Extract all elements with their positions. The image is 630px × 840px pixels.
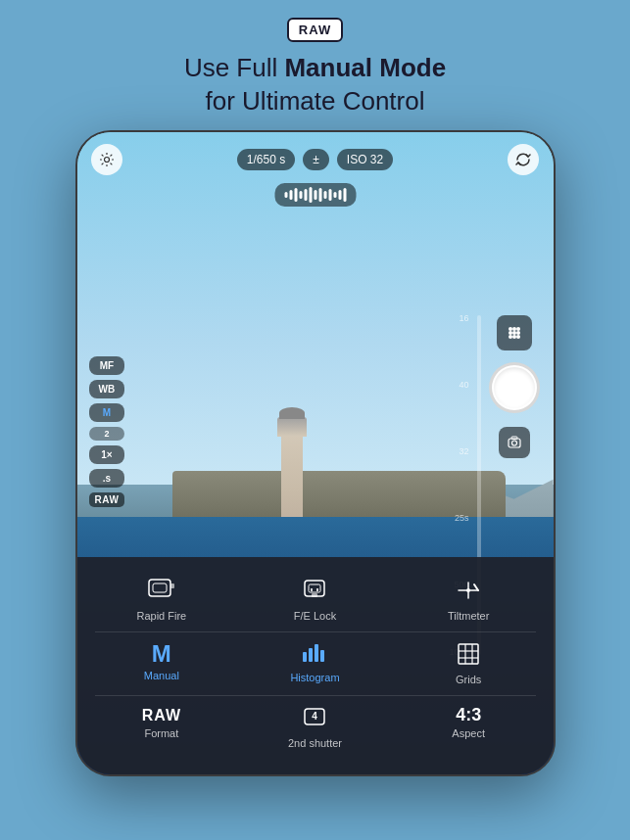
manual-item[interactable]: M Manual	[87, 634, 237, 693]
zoom-s-button[interactable]: .s	[89, 469, 125, 488]
grids-item[interactable]: Grids	[394, 634, 544, 693]
menu-row-1: Rapid Fire F/E Lock	[87, 571, 544, 630]
svg-point-0	[509, 327, 512, 331]
svg-rect-12	[149, 580, 170, 596]
header-title: Use Full Manual Mode for Ultimate Contro…	[184, 52, 446, 118]
bottom-menu: Rapid Fire F/E Lock	[77, 557, 554, 774]
svg-rect-21	[303, 652, 307, 662]
svg-rect-17	[312, 593, 317, 597]
histogram-icon	[301, 642, 328, 668]
raw-badge-top: RAW	[287, 18, 343, 42]
svg-point-6	[509, 335, 512, 339]
photo-library-button[interactable]	[499, 427, 530, 458]
svg-point-20	[466, 588, 470, 592]
svg-rect-25	[459, 644, 478, 664]
histogram-item[interactable]: Histogram	[240, 634, 390, 693]
2nd-shutter-icon: 4	[301, 706, 328, 733]
svg-text:4: 4	[313, 711, 318, 722]
ev-icon-pill[interactable]: ±	[303, 149, 329, 170]
header-title-bold: Manual Mode	[284, 53, 446, 82]
fe-lock-label: F/E Lock	[294, 610, 336, 622]
header-title-line2: for Ultimate Control	[206, 86, 425, 116]
shutter-speed-pill[interactable]: 1/650 s	[237, 149, 295, 170]
menu-divider-1	[95, 631, 536, 632]
svg-rect-16	[309, 584, 320, 592]
grids-label: Grids	[456, 674, 481, 685]
raw-format-label: Format	[144, 727, 178, 739]
camera-top-bar: 1/650 s ± ISO 32	[77, 144, 554, 175]
svg-point-10	[511, 441, 516, 445]
tiltmeter-label: Tiltmeter	[448, 610, 489, 622]
raw-format-item[interactable]: RAW Format	[87, 698, 237, 757]
audio-waveform	[274, 183, 356, 207]
grid-button[interactable]	[497, 315, 532, 350]
grids-icon	[457, 642, 480, 670]
settings-icon	[100, 153, 114, 166]
svg-rect-23	[315, 644, 318, 662]
header-title-prefix: Use Full	[184, 53, 285, 82]
shutter-button[interactable]	[489, 362, 540, 413]
fe-lock-item[interactable]: F/E Lock	[240, 571, 390, 630]
aspect-icon: 4:3	[456, 706, 481, 723]
flip-camera-button[interactable]	[508, 144, 539, 175]
2nd-shutter-label: 2nd shutter	[288, 737, 342, 749]
grid-icon	[507, 325, 522, 341]
raw-format-icon: RAW	[142, 708, 181, 723]
rapid-fire-label: Rapid Fire	[136, 610, 186, 622]
rapid-fire-icon	[148, 579, 175, 606]
menu-row-2: M Manual Histogram	[87, 634, 544, 693]
settings-button[interactable]	[91, 144, 122, 175]
svg-rect-13	[153, 583, 167, 592]
zoom-1x-button[interactable]: 1×	[89, 445, 125, 464]
manual-label: Manual	[144, 670, 179, 681]
svg-rect-22	[309, 648, 313, 662]
svg-rect-11	[511, 437, 517, 440]
page-header: RAW Use Full Manual Mode for Ultimate Co…	[184, 0, 446, 118]
camera-roll-icon	[508, 436, 521, 449]
wb-button[interactable]: WB	[89, 380, 125, 398]
svg-rect-14	[170, 583, 174, 588]
iso-pill[interactable]: ISO 32	[337, 149, 393, 170]
manual-icon: M	[152, 642, 171, 666]
fe-lock-icon	[301, 579, 328, 606]
aspect-item[interactable]: 4:3 Aspect	[394, 698, 544, 757]
refresh-icon	[515, 153, 531, 166]
mode-button[interactable]: M	[89, 403, 125, 422]
phone-frame: 1/650 s ± ISO 32 MF WB M	[75, 130, 556, 776]
histogram-label: Histogram	[290, 672, 339, 683]
menu-row-3: RAW Format 4 2nd shutter 4:3 Aspect	[87, 698, 544, 757]
camera-top-center: 1/650 s ± ISO 32	[237, 149, 393, 170]
zoom-2-button[interactable]: 2	[89, 427, 125, 441]
tiltmeter-item[interactable]: Tiltmeter	[394, 571, 544, 630]
raw-badge-cam[interactable]: RAW	[89, 492, 125, 507]
svg-point-1	[512, 327, 516, 331]
svg-point-3	[509, 331, 512, 335]
svg-rect-9	[509, 439, 520, 447]
tiltmeter-icon	[455, 579, 482, 606]
left-controls: MF WB M 2 1× .s RAW	[89, 356, 125, 507]
svg-point-8	[516, 335, 520, 339]
svg-point-2	[516, 327, 520, 331]
svg-point-5	[516, 331, 520, 335]
menu-divider-2	[95, 695, 536, 696]
rapid-fire-item[interactable]: Rapid Fire	[87, 571, 237, 630]
aspect-label: Aspect	[452, 727, 485, 739]
svg-rect-24	[320, 650, 324, 662]
svg-point-7	[512, 335, 516, 339]
shutter-inner	[494, 367, 535, 408]
mf-button[interactable]: MF	[89, 356, 125, 375]
2nd-shutter-item[interactable]: 4 2nd shutter	[240, 698, 390, 757]
svg-point-4	[512, 331, 516, 335]
